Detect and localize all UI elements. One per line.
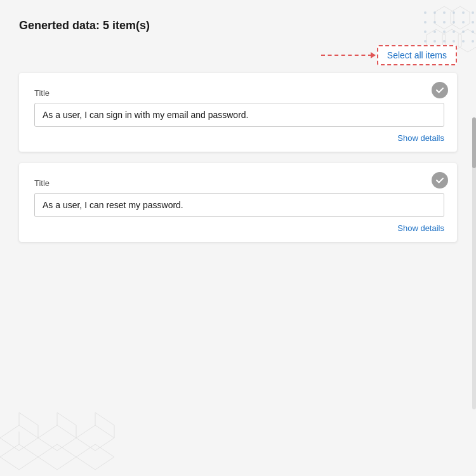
svg-line-38 (0, 438, 19, 451)
svg-line-61 (76, 438, 95, 451)
svg-line-65 (76, 444, 95, 457)
svg-line-60 (95, 438, 114, 451)
svg-line-66 (95, 444, 114, 457)
svg-line-51 (19, 457, 38, 470)
svg-line-59 (95, 425, 114, 438)
page-title: Generted data: 5 item(s) (19, 19, 457, 32)
svg-line-37 (19, 438, 38, 451)
svg-line-41 (19, 413, 38, 425)
svg-line-36 (19, 425, 38, 438)
svg-line-42 (38, 425, 57, 438)
svg-line-55 (57, 444, 76, 457)
svg-line-43 (57, 425, 76, 438)
svg-line-50 (19, 444, 38, 457)
item-card: Title Show details (19, 163, 457, 242)
check-icon-1[interactable] (432, 82, 448, 98)
select-all-area: Select all items (321, 45, 457, 65)
scroll-thumb[interactable] (472, 117, 476, 168)
check-icon-2[interactable] (432, 172, 448, 188)
svg-line-57 (38, 457, 57, 470)
title-input-2[interactable] (34, 193, 444, 217)
svg-line-54 (38, 444, 57, 457)
svg-line-64 (95, 413, 114, 425)
svg-line-35 (0, 425, 19, 438)
item-card: Title Show details (19, 73, 457, 152)
show-details-link-2[interactable]: Show details (34, 223, 444, 233)
title-input-1[interactable] (34, 103, 444, 127)
svg-line-48 (57, 413, 76, 425)
header-row: Select all items (19, 45, 457, 65)
field-label-1: Title (34, 88, 444, 98)
svg-line-58 (76, 425, 95, 438)
svg-line-67 (95, 457, 114, 470)
field-label-2: Title (34, 178, 444, 188)
svg-line-52 (0, 457, 19, 470)
svg-line-56 (57, 457, 76, 470)
scroll-track[interactable] (472, 117, 476, 409)
svg-line-45 (38, 438, 57, 451)
svg-line-49 (0, 444, 19, 457)
svg-line-44 (57, 438, 76, 451)
arrow-indicator (321, 55, 372, 56)
svg-line-68 (76, 457, 95, 470)
cards-container: Title Show details Title Show details (19, 73, 457, 242)
select-all-button[interactable]: Select all items (377, 45, 457, 65)
show-details-link-1[interactable]: Show details (34, 133, 444, 143)
